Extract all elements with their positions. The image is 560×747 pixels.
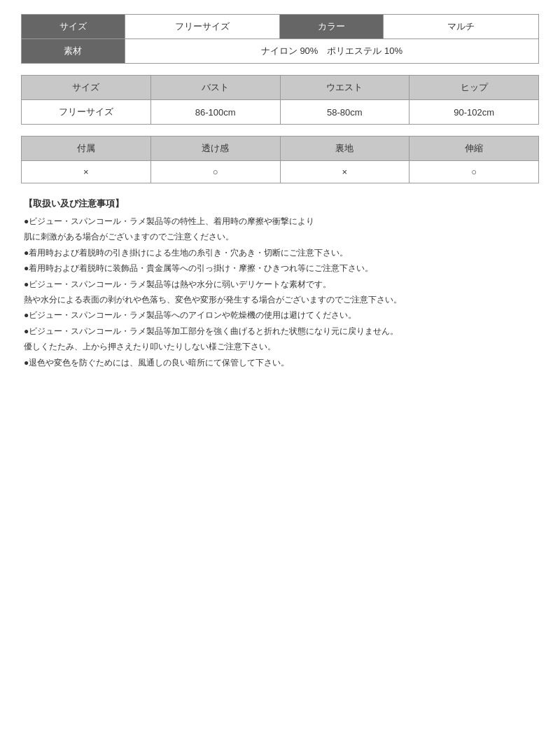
features-transparency-value: ○ xyxy=(150,161,280,183)
features-stretch-header: 伸縮 xyxy=(410,137,539,161)
color-label: カラー xyxy=(280,15,384,39)
notes-section: 【取扱い及び注意事項】 ●ビジュー・スパンコール・ラメ製品等の特性上、着用時の摩… xyxy=(21,197,539,370)
notes-item: ●着用時および着脱時に装飾品・貴金属等への引っ掛け・摩擦・ひきつれ等にご注意下さ… xyxy=(24,261,536,275)
measurements-size-header: サイズ xyxy=(22,76,151,100)
notes-item: ●ビジュー・スパンコール・ラメ製品等の特性上、着用時の摩擦や衝撃により xyxy=(24,214,536,228)
material-value: ナイロン 90% ポリエステル 10% xyxy=(125,39,538,64)
features-accessory-header: 付属 xyxy=(22,137,151,161)
size-label: サイズ xyxy=(22,15,125,39)
measurements-waist-value: 58-80cm xyxy=(280,100,410,125)
features-lining-header: 裏地 xyxy=(280,137,410,161)
notes-item: 肌に刺激がある場合がございますのでご注意ください。 xyxy=(24,230,536,244)
notes-item: 熱や水分による表面の剥がれや色落ち、変色や変形が発生する場合がございますのでご注… xyxy=(24,293,536,307)
measurements-size-value: フリーサイズ xyxy=(22,100,151,125)
notes-title: 【取扱い及び注意事項】 xyxy=(24,197,536,210)
measurements-table: サイズ バスト ウエスト ヒップ フリーサイズ 86-100cm 58-80cm… xyxy=(21,75,539,125)
notes-item: ●退色や変色を防ぐためには、風通しの良い暗所にて保管して下さい。 xyxy=(24,356,536,370)
color-value: マルチ xyxy=(384,15,539,39)
features-stretch-value: ○ xyxy=(410,161,539,183)
features-table: 付属 透け感 裏地 伸縮 × ○ × ○ xyxy=(21,136,539,183)
features-lining-value: × xyxy=(280,161,410,183)
measurements-bust-header: バスト xyxy=(150,76,280,100)
size-color-table: サイズ フリーサイズ カラー マルチ 素材 ナイロン 90% ポリエステル 10… xyxy=(21,14,539,64)
features-transparency-header: 透け感 xyxy=(150,137,280,161)
notes-item: ●着用時および着脱時の引き掛けによる生地の糸引き・穴あき・切断にご注意下さい。 xyxy=(24,246,536,260)
notes-item: ●ビジュー・スパンコール・ラメ製品等は熱や水分に弱いデリケートな素材です。 xyxy=(24,277,536,291)
measurements-waist-header: ウエスト xyxy=(280,76,410,100)
notes-item: ●ビジュー・スパンコール・ラメ製品等へのアイロンや乾燥機の使用は避けてください。 xyxy=(24,308,536,322)
notes-item: ●ビジュー・スパンコール・ラメ製品等加工部分を強く曲げると折れた状態になり元に戻… xyxy=(24,324,536,338)
notes-container: ●ビジュー・スパンコール・ラメ製品等の特性上、着用時の摩擦や衝撃により肌に刺激が… xyxy=(24,214,536,370)
material-label: 素材 xyxy=(22,39,125,64)
measurements-hip-header: ヒップ xyxy=(410,76,539,100)
notes-item: 優しくたたみ、上から押さえたり叩いたりしない様ご注意下さい。 xyxy=(24,340,536,354)
measurements-hip-value: 90-102cm xyxy=(410,100,539,125)
features-accessory-value: × xyxy=(22,161,151,183)
measurements-bust-value: 86-100cm xyxy=(150,100,280,125)
size-value: フリーサイズ xyxy=(125,15,280,39)
